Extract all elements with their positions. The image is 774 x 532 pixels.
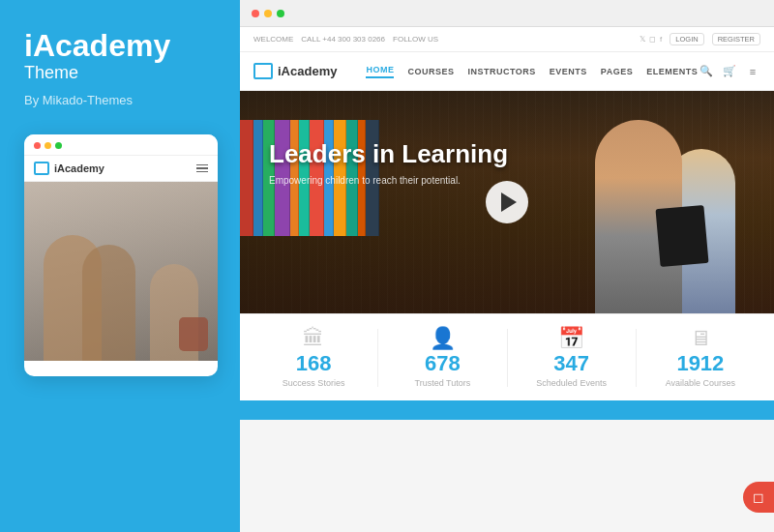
mobile-bag xyxy=(179,317,208,351)
topbar-welcome: WELCOME xyxy=(253,35,293,44)
topbar-social: 𝕏 ◻ f xyxy=(640,35,662,44)
site-logo-icon xyxy=(253,63,273,79)
browser-chrome xyxy=(240,0,774,27)
mobile-logo-text: iAcademy xyxy=(54,163,104,174)
brand-by: By Mikado-Themes xyxy=(24,93,216,107)
browser-dot-red xyxy=(252,10,259,17)
hamburger-line xyxy=(196,164,208,166)
success-stories-label: Success Stories xyxy=(283,378,345,388)
site-nav: HOME COURSES INSTRUCTORS EVENTS PAGES EL… xyxy=(366,65,699,78)
browser-mockup: WELCOME CALL +44 300 303 0266 FOLLOW US … xyxy=(240,0,774,532)
cart-icon[interactable]: 🛒 xyxy=(722,64,737,79)
mobile-hamburger-icon[interactable] xyxy=(196,164,208,173)
left-panel: iAcademy Theme By Mikado-Themes iAcademy xyxy=(0,0,240,532)
menu-icon[interactable]: ≡ xyxy=(745,64,760,79)
stat-scheduled-events: 📅 347 Scheduled Events xyxy=(508,328,636,388)
hero-content: Leaders in Learning Empowering children … xyxy=(269,139,508,186)
mobile-dot-yellow xyxy=(45,142,51,149)
browser-dot-yellow xyxy=(264,10,272,17)
person-icon: 👤 xyxy=(430,328,456,349)
stat-success-stories: 🏛 168 Success Stories xyxy=(250,328,377,388)
hamburger-line xyxy=(196,167,208,169)
hero-subtitle: Empowering children to reach their poten… xyxy=(269,175,508,186)
mobile-preview-card: iAcademy xyxy=(24,134,218,376)
mobile-hero-image xyxy=(24,182,218,361)
search-icon[interactable]: 🔍 xyxy=(699,64,714,79)
mobile-card-top xyxy=(24,134,218,156)
hero-title: Leaders in Learning xyxy=(269,139,508,169)
monitor-icon: 🖥 xyxy=(690,328,711,349)
mobile-window-dots xyxy=(34,142,62,149)
topbar-phone: CALL +44 300 303 0266 xyxy=(301,35,385,44)
instagram-icon[interactable]: ◻ xyxy=(649,35,656,44)
site-hero: Leaders in Learning Empowering children … xyxy=(240,91,774,313)
bottom-strip xyxy=(240,400,774,420)
nav-instructors[interactable]: INSTRUCTORS xyxy=(467,67,535,76)
site-topbar: WELCOME CALL +44 300 303 0266 FOLLOW US … xyxy=(240,27,774,52)
mobile-logo: iAcademy xyxy=(34,162,104,175)
scheduled-events-label: Scheduled Events xyxy=(536,378,607,388)
login-button[interactable]: LOGIN xyxy=(670,33,703,45)
site-nav-icons: 🔍 🛒 ≡ xyxy=(699,64,760,79)
hamburger-line xyxy=(196,171,208,173)
notification-badge[interactable]: ◻ xyxy=(743,482,774,513)
site-logo-text: iAcademy xyxy=(278,64,337,78)
brand-subtitle: Theme xyxy=(24,63,216,83)
nav-pages[interactable]: PAGES xyxy=(601,67,633,76)
mobile-person-2 xyxy=(82,245,135,361)
stats-section: 🏛 168 Success Stories 👤 678 Trusted Tuto… xyxy=(240,313,774,400)
building-icon: 🏛 xyxy=(303,328,324,349)
nav-courses[interactable]: COURSES xyxy=(407,67,454,76)
calendar-icon: 📅 xyxy=(558,328,584,349)
notification-icon: ◻ xyxy=(753,489,764,505)
register-button[interactable]: REGISTER xyxy=(712,33,760,45)
browser-dot-green xyxy=(277,10,284,17)
scheduled-events-number: 347 xyxy=(553,353,589,374)
play-button[interactable] xyxy=(486,181,528,223)
play-icon xyxy=(501,192,517,212)
stat-available-courses: 🖥 1912 Available Courses xyxy=(637,328,764,388)
hero-people xyxy=(595,120,735,313)
trusted-tutors-number: 678 xyxy=(425,353,461,374)
stat-trusted-tutors: 👤 678 Trusted Tutors xyxy=(378,328,506,388)
twitter-icon[interactable]: 𝕏 xyxy=(640,35,645,44)
site-navbar: iAcademy HOME COURSES INSTRUCTORS EVENTS… xyxy=(240,52,774,91)
nav-elements[interactable]: ELEMENTS xyxy=(646,67,698,76)
mobile-dot-green xyxy=(55,142,62,149)
mobile-card-nav: iAcademy xyxy=(24,156,218,182)
available-courses-number: 1912 xyxy=(676,353,724,374)
success-stories-number: 168 xyxy=(296,353,332,374)
available-courses-label: Available Courses xyxy=(666,378,735,388)
site-logo: iAcademy xyxy=(253,63,337,79)
facebook-icon[interactable]: f xyxy=(660,35,662,44)
hero-book xyxy=(655,205,708,267)
trusted-tutors-label: Trusted Tutors xyxy=(415,378,471,388)
topbar-follow: FOLLOW US xyxy=(393,35,438,44)
mobile-logo-icon xyxy=(34,162,49,175)
nav-home[interactable]: HOME xyxy=(366,65,394,78)
book-1 xyxy=(240,120,253,236)
mobile-dot-red xyxy=(34,142,41,149)
brand-name: iAcademy xyxy=(24,29,216,63)
book-2 xyxy=(253,120,263,236)
browser-window-dots xyxy=(252,10,284,17)
nav-events[interactable]: EVENTS xyxy=(550,67,587,76)
